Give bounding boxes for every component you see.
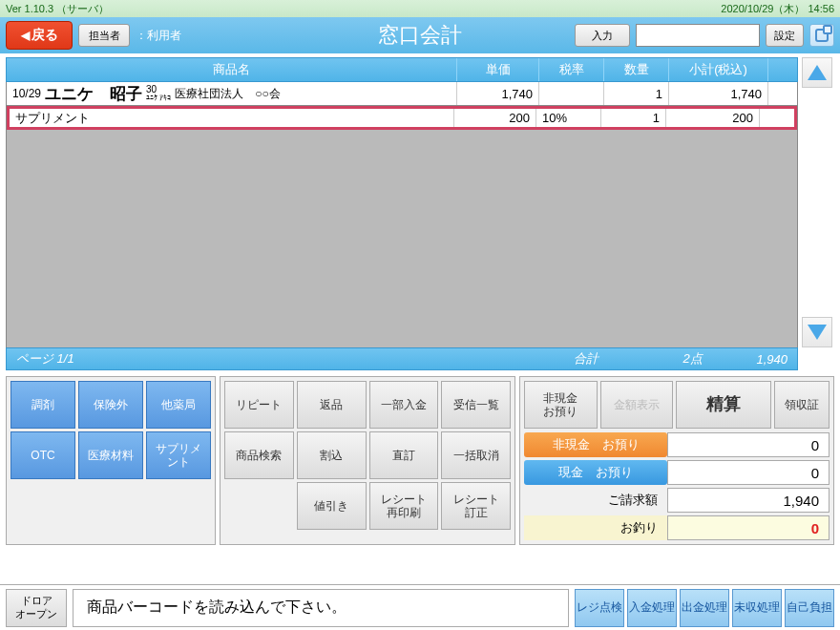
row-qty: 1: [604, 82, 669, 105]
panel-payment: 非現金お預り 金額表示 精算 領収証 非現金 お預り 0 現金 お預り 0 ご請…: [519, 376, 834, 545]
arrow-up-icon: [808, 65, 827, 80]
amount-label: ご請求額: [524, 488, 667, 513]
settings-button[interactable]: 設定: [766, 24, 804, 47]
amount-label: お釣り: [524, 515, 667, 540]
page-indicator: ページ 1/1: [7, 350, 536, 368]
table-row[interactable]: サプリメント 200 10% 1 200: [7, 106, 797, 130]
pay-amountdisp-button[interactable]: 金額表示: [600, 381, 674, 429]
pay-settle-button[interactable]: 精算: [676, 381, 771, 429]
row-tax: 10%: [536, 109, 601, 127]
op-partial-button[interactable]: 一部入金: [369, 381, 439, 429]
cat-medmaterial-button[interactable]: 医療材料: [78, 431, 143, 479]
title-bar: 戻る 担当者 ：利用者 窓口会計 入力 設定: [0, 17, 840, 53]
row-price: 200: [454, 109, 536, 127]
cat-supplement-button[interactable]: サプリメント: [146, 431, 211, 479]
back-button[interactable]: 戻る: [6, 21, 73, 50]
op-directfix-button[interactable]: 直訂: [369, 431, 439, 479]
staff-label: ：利用者: [136, 28, 181, 44]
row-subtotal: 200: [666, 109, 760, 127]
row-patient-name: ユニケ 昭子: [45, 83, 142, 105]
col-header-price: 単価: [457, 58, 539, 81]
amount-value[interactable]: 0: [667, 460, 830, 485]
table-body: 10/29 ユニケ 昭子 30 ﾕﾆｹ ｱｷｺ 医療社団法人 ○○会 1,740…: [6, 82, 798, 347]
staff-button[interactable]: 担当者: [78, 24, 130, 47]
op-repeat-button[interactable]: リピート: [224, 381, 294, 429]
pay-noncash-button[interactable]: 非現金お預り: [524, 381, 598, 429]
amount-value: 1,940: [667, 488, 830, 513]
table-area: 商品名 単価 税率 数量 小計(税込) 10/29 ユニケ 昭子 30 ﾕﾆｹ …: [6, 57, 798, 370]
amount-row-noncash: 非現金 お預り 0: [524, 432, 830, 457]
op-search-button[interactable]: 商品検索: [224, 431, 294, 479]
btm-regcheck-button[interactable]: レジ点検: [575, 589, 624, 627]
col-header-qty: 数量: [604, 58, 669, 81]
row-item-name: サプリメント: [10, 109, 454, 127]
amount-value[interactable]: 0: [667, 432, 830, 457]
scroll-up-button[interactable]: [802, 57, 832, 88]
op-receiptfix-button[interactable]: レシート訂正: [441, 482, 511, 530]
drawer-open-button[interactable]: ドロアオープン: [6, 589, 67, 627]
col-header-subtotal: 小計(税込): [669, 58, 768, 81]
sum-label: 合計: [536, 350, 636, 368]
cat-otherpharm-button[interactable]: 他薬局: [146, 381, 211, 429]
btm-withdraw-button[interactable]: 出金処理: [680, 589, 729, 627]
amount-label: 現金 お預り: [524, 460, 667, 485]
version-bar: Ver 1.10.3 （サーバ） 2020/10/29（木） 14:56: [0, 0, 840, 17]
btm-selfpay-button[interactable]: 自己負担: [785, 589, 834, 627]
scroll-down-button[interactable]: [802, 317, 832, 347]
pay-receipt-button[interactable]: 領収証: [774, 381, 830, 429]
qty-sum: 2点: [636, 350, 711, 368]
row-date: 10/29: [12, 87, 41, 100]
op-interrupt-button[interactable]: 割込: [297, 431, 367, 479]
table-header: 商品名 単価 税率 数量 小計(税込): [6, 57, 798, 82]
op-reprint-button[interactable]: レシート再印刷: [369, 482, 439, 530]
col-header-name: 商品名: [7, 58, 457, 81]
cat-noninsurance-button[interactable]: 保険外: [78, 381, 143, 429]
control-panels: 調剤 保険外 他薬局 OTC 医療材料 サプリメント リピート 返品 一部入金 …: [6, 376, 834, 545]
hint-text: 商品バーコードを読み込んで下さい。: [73, 589, 569, 627]
panel-categories: 調剤 保険外 他薬局 OTC 医療材料 サプリメント: [6, 376, 216, 545]
float-icon: [815, 29, 829, 42]
op-return-button[interactable]: 返品: [297, 381, 367, 429]
op-discount-button[interactable]: 値引き: [297, 482, 367, 530]
cat-dispense-button[interactable]: 調剤: [10, 381, 75, 429]
row-kana: ﾕﾆｹ ｱｷｺ: [146, 94, 171, 102]
screen-title: 窓口会計: [378, 21, 462, 50]
subtotal-sum: 1,940: [712, 352, 797, 367]
amount-label: 非現金 お預り: [524, 432, 667, 457]
row-org: 医療社団法人 ○○会: [175, 86, 281, 102]
cat-otc-button[interactable]: OTC: [10, 431, 75, 479]
col-header-tax: 税率: [539, 58, 604, 81]
float-button[interactable]: [809, 24, 834, 47]
row-subtotal: 1,740: [669, 82, 768, 105]
op-cancelall-button[interactable]: 一括取消: [441, 431, 511, 479]
panel-operations: リピート 返品 一部入金 受信一覧 商品検索 割込 直訂 一括取消 値引き レシ…: [220, 376, 515, 545]
table-footer: ページ 1/1 合計 2点 1,940: [6, 347, 798, 370]
row-tax: [539, 82, 604, 105]
amount-row-change: お釣り 0: [524, 515, 830, 540]
row-price: 1,740: [457, 82, 539, 105]
input-button[interactable]: 入力: [575, 24, 630, 47]
op-recvlist-button[interactable]: 受信一覧: [441, 381, 511, 429]
table-row[interactable]: 10/29 ユニケ 昭子 30 ﾕﾆｹ ｱｷｺ 医療社団法人 ○○会 1,740…: [7, 82, 797, 106]
input-field[interactable]: [636, 24, 760, 47]
btm-deposit-button[interactable]: 入金処理: [627, 589, 677, 627]
amount-value: 0: [667, 515, 830, 540]
btm-unpaid-button[interactable]: 未収処理: [732, 589, 782, 627]
row-qty: 1: [601, 109, 666, 127]
datetime-text: 2020/10/29（木） 14:56: [721, 2, 834, 16]
arrow-down-icon: [808, 325, 827, 340]
amount-row-due: ご請求額 1,940: [524, 488, 830, 513]
bottom-bar: ドロアオープン 商品バーコードを読み込んで下さい。 レジ点検 入金処理 出金処理…: [0, 584, 840, 630]
amount-row-cash: 現金 お預り 0: [524, 460, 830, 485]
version-text: Ver 1.10.3 （サーバ）: [6, 2, 109, 16]
